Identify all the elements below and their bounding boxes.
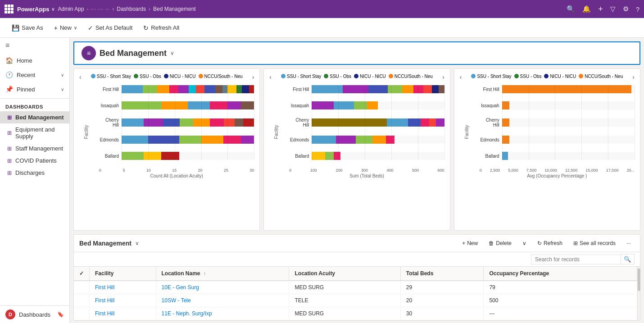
row-facility-2[interactable]: First Hill: [90, 294, 156, 307]
sidebar-item-discharges[interactable]: ⊞ Discharges: [0, 167, 69, 179]
save-as-button[interactable]: 💾 Save As: [7, 23, 48, 33]
row-check-1[interactable]: [74, 281, 90, 294]
covid-patients-icon: ⊞: [7, 158, 12, 164]
sidebar-item-equipment-supply[interactable]: ⊞ Equipment and Supply: [0, 123, 69, 142]
bar-row: Cherry Hill: [99, 118, 254, 127]
bar-row: Ballard: [99, 152, 254, 160]
sidebar-bottom-dashboards[interactable]: D Dashboards 🔖: [0, 306, 69, 323]
bar-label: First Hill: [99, 87, 122, 92]
table-status-button[interactable]: ∨: [519, 238, 530, 248]
row-check-2[interactable]: [74, 294, 90, 307]
table-new-button[interactable]: + New: [458, 238, 481, 248]
table-grid-icon: ⊞: [573, 240, 578, 246]
legend-dot-4: [199, 74, 203, 78]
chart-card-2: ‹ SSU - Short Stay SSU - Obs NICU - N: [263, 68, 450, 231]
legend-3-nccu: NCCU/South - Neu: [579, 74, 623, 79]
bar-segments: [312, 101, 444, 109]
sidebar-item-pinned[interactable]: 📌 Pinned ∨: [0, 82, 69, 96]
table-see-all-button[interactable]: ⊞ See all records: [570, 238, 619, 248]
legend-dot-2: [134, 74, 138, 78]
bar-segment: [188, 101, 210, 109]
sidebar-item-recent[interactable]: 🕐 Recent ∨: [0, 68, 69, 82]
bar-segments: [502, 152, 635, 160]
bar-segment: [179, 136, 201, 144]
refresh-all-button[interactable]: ↻ Refresh All: [139, 23, 184, 33]
chart-2-next-arrow[interactable]: ›: [440, 73, 446, 82]
powerapps-logo[interactable]: PowerApps ∨: [17, 6, 54, 13]
bar-segment: [163, 118, 180, 127]
bar-segment: [242, 85, 249, 93]
table-scrollbar[interactable]: [637, 267, 640, 320]
breadcrumb-app-name: Admin App: [58, 6, 84, 12]
table-delete-button[interactable]: 🗑 Delete: [485, 238, 515, 248]
sidebar-item-bed-management[interactable]: ⊞ Bed Management: [0, 111, 69, 123]
search-input[interactable]: [531, 255, 621, 264]
waffle-menu-icon[interactable]: [5, 5, 14, 14]
chart-1-y-axis-label: Facility: [84, 125, 89, 139]
table-title-chevron-icon[interactable]: ∨: [135, 240, 139, 246]
new-button[interactable]: + New ∨: [50, 23, 82, 33]
table-header-row: ✓ Facility Location Name ↑ Location Acui…: [74, 267, 637, 281]
bar-segment: [336, 136, 356, 144]
sidebar-toggle-button[interactable]: ≡: [0, 38, 69, 53]
filter-icon[interactable]: ▽: [610, 5, 616, 13]
main-layout: ≡ 🏠 Home 🕐 Recent ∨ 📌 Pinned ∨ Dashboard…: [0, 38, 644, 323]
set-as-default-button[interactable]: ✓ Set As Default: [83, 23, 137, 33]
bar-label: Ballard: [99, 154, 122, 159]
row-check-3[interactable]: [74, 307, 90, 320]
help-icon[interactable]: ?: [636, 5, 639, 13]
chart-1-nav: ‹ SSU - Short Stay SSU - Obs NICU - N: [76, 73, 258, 82]
table-col-facility: Facility: [90, 267, 156, 281]
bar-segment: [236, 85, 242, 93]
chart-1-next-arrow[interactable]: ›: [250, 73, 256, 82]
table-more-button[interactable]: ···: [623, 238, 635, 248]
legend-nicu: NICU - NICU: [164, 74, 196, 79]
bar-segment: [408, 118, 421, 127]
bar-segment: [122, 136, 148, 144]
breadcrumb-section[interactable]: Dashboards: [117, 6, 146, 12]
row-location-3[interactable]: 11E - Neph. Surg/Ixp: [156, 307, 289, 320]
sidebar-item-staff-management[interactable]: ⊞ Staff Management: [0, 142, 69, 155]
sidebar-item-covid-patients[interactable]: ⊞ COVID Patients: [0, 155, 69, 167]
bar-segments: [122, 85, 254, 93]
settings-icon[interactable]: ⚙: [623, 5, 629, 13]
row-facility-3[interactable]: First Hill: [90, 307, 156, 320]
chart-2-prev-arrow[interactable]: ‹: [268, 73, 273, 82]
notification-icon[interactable]: 🔔: [582, 5, 591, 13]
row-location-2[interactable]: 10SW - Tele: [156, 294, 289, 307]
bar-segment: [241, 136, 254, 144]
sidebar: ≡ 🏠 Home 🕐 Recent ∨ 📌 Pinned ∨ Dashboard…: [0, 38, 70, 323]
bar-segment: [423, 85, 432, 93]
bar-segment: [354, 101, 367, 109]
row-facility-1[interactable]: First Hill: [90, 281, 156, 294]
add-icon[interactable]: +: [598, 5, 603, 14]
sidebar-item-home[interactable]: 🏠 Home: [0, 53, 69, 68]
save-icon: 💾: [12, 24, 19, 32]
bar-segment: [502, 118, 509, 127]
search-submit-button[interactable]: 🔍: [621, 254, 635, 264]
legend-2-nccu: NCCU/South - Neu: [389, 74, 433, 79]
recent-chevron-icon: ∨: [61, 73, 64, 77]
bar-segment: [122, 85, 143, 93]
bar-segment: [312, 118, 386, 127]
chart-1-prev-arrow[interactable]: ‹: [77, 73, 83, 82]
row-location-1[interactable]: 10E - Gen Surg: [156, 281, 289, 294]
chart-3-next-arrow[interactable]: ›: [630, 73, 636, 82]
table-col-location[interactable]: Location Name ↑: [156, 267, 289, 281]
chart-card-1: ‹ SSU - Short Stay SSU - Obs NICU - N: [73, 68, 260, 231]
bar-row: Ballard: [289, 152, 444, 160]
table-refresh-button[interactable]: ↻ Refresh: [534, 238, 566, 248]
chart-3-prev-arrow[interactable]: ‹: [458, 73, 464, 82]
search-icon[interactable]: 🔍: [567, 5, 575, 13]
bar-label: Cherry Hill: [289, 118, 312, 127]
dashboard-chevron-icon[interactable]: ∨: [170, 50, 174, 56]
command-bar: 💾 Save As + New ∨ ✓ Set As Default ↻ Ref…: [0, 18, 644, 38]
dashboards-section-header: Dashboards: [0, 100, 69, 111]
table-actions: + New 🗑 Delete ∨ ↻ Refresh: [458, 238, 635, 248]
legend-2-dot-1: [281, 74, 286, 78]
table-col-acuity: Location Acuity: [289, 267, 400, 281]
table-delete-icon: 🗑: [489, 240, 494, 246]
home-icon: 🏠: [5, 57, 13, 64]
bar-segment: [502, 85, 632, 93]
bar-segment: [502, 136, 509, 144]
